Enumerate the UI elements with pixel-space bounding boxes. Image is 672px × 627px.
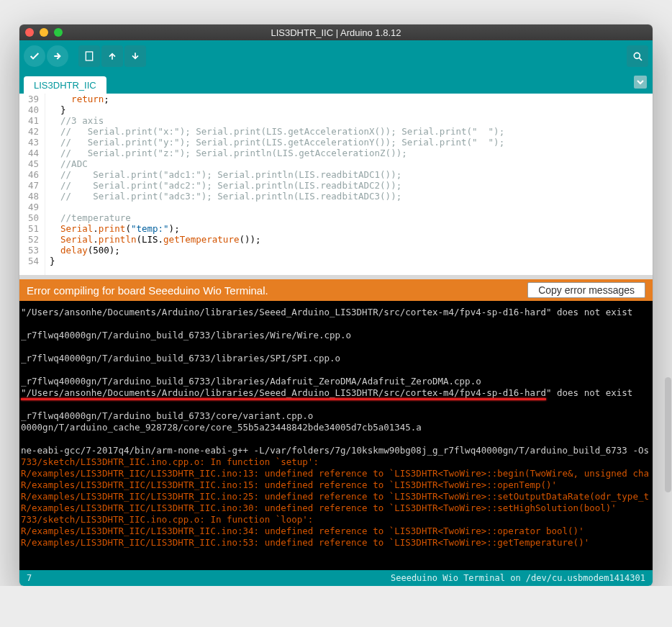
error-underline — [21, 398, 546, 400]
tab-menu-button[interactable] — [634, 76, 647, 89]
window-title: LIS3DHTR_IIC | Arduino 1.8.12 — [19, 27, 653, 38]
arduino-ide-window: LIS3DHTR_IIC | Arduino 1.8.12 LIS3DHTR_I… — [19, 24, 653, 586]
line-gutter: 39404142434445464748495051525354 — [19, 94, 45, 275]
open-button[interactable] — [101, 45, 123, 67]
error-banner: Error compiling for board Seeeduino Wio … — [19, 279, 653, 301]
minimize-icon[interactable] — [40, 28, 48, 37]
upload-button[interactable] — [47, 45, 68, 67]
serial-monitor-button[interactable] — [627, 45, 648, 67]
svg-point-1 — [634, 53, 640, 58]
copy-error-button[interactable]: Copy error messages — [527, 282, 645, 298]
titlebar[interactable]: LIS3DHTR_IIC | Arduino 1.8.12 — [19, 24, 653, 40]
code-area[interactable]: return; } //3 axis // Serial.print("x:")… — [45, 94, 504, 275]
error-text: Error compiling for board Seeeduino Wio … — [27, 284, 268, 297]
output-console[interactable]: "/Users/ansonhe/Documents/Arduino/librar… — [19, 301, 653, 570]
zoom-icon[interactable] — [54, 28, 63, 37]
status-footer: 7 Seeeduino Wio Terminal on /dev/cu.usbm… — [19, 570, 653, 586]
close-icon[interactable] — [25, 28, 34, 37]
save-button[interactable] — [124, 45, 146, 67]
tab-lis3dhtr-iic[interactable]: LIS3DHTR_IIC — [24, 76, 106, 94]
window-controls — [25, 28, 63, 37]
footer-right: Seeeduino Wio Terminal on /dev/cu.usbmod… — [391, 573, 645, 583]
tab-bar: LIS3DHTR_IIC — [19, 72, 653, 94]
toolbar — [19, 40, 653, 72]
scroll-thumb[interactable] — [665, 377, 671, 492]
svg-rect-0 — [86, 52, 92, 60]
verify-button[interactable] — [24, 45, 45, 67]
footer-left: 7 — [27, 573, 32, 583]
new-button[interactable] — [78, 45, 100, 67]
scrollbar[interactable] — [663, 24, 672, 572]
code-editor[interactable]: 39404142434445464748495051525354 return;… — [19, 94, 653, 275]
